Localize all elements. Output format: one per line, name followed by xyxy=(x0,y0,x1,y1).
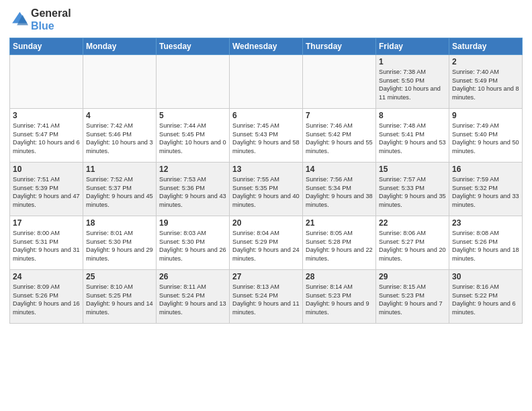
day-info: Sunrise: 7:56 AMSunset: 5:34 PMDaylight:… xyxy=(306,175,373,209)
calendar-day-cell: 21Sunrise: 8:05 AMSunset: 5:28 PMDayligh… xyxy=(303,216,376,270)
calendar-weekday-monday: Monday xyxy=(83,38,157,55)
calendar-day-cell xyxy=(157,55,230,109)
day-info: Sunrise: 8:15 AMSunset: 5:23 PMDaylight:… xyxy=(379,283,446,316)
day-number: 17 xyxy=(13,218,80,228)
calendar-day-cell: 19Sunrise: 8:03 AMSunset: 5:30 PMDayligh… xyxy=(157,216,230,270)
day-number: 26 xyxy=(159,272,226,281)
day-info: Sunrise: 8:03 AMSunset: 5:30 PMDaylight:… xyxy=(159,229,226,263)
calendar-day-cell: 3Sunrise: 7:41 AMSunset: 5:47 PMDaylight… xyxy=(10,109,83,163)
calendar-day-cell: 9Sunrise: 7:49 AMSunset: 5:40 PMDaylight… xyxy=(449,109,523,163)
day-info: Sunrise: 8:00 AMSunset: 5:31 PMDaylight:… xyxy=(13,229,80,263)
calendar-weekday-thursday: Thursday xyxy=(303,38,376,55)
calendar-day-cell: 4Sunrise: 7:42 AMSunset: 5:46 PMDaylight… xyxy=(83,109,157,163)
calendar-day-cell: 8Sunrise: 7:48 AMSunset: 5:41 PMDaylight… xyxy=(376,109,449,163)
day-info: Sunrise: 8:06 AMSunset: 5:27 PMDaylight:… xyxy=(379,229,446,263)
calendar-week-row: 10Sunrise: 7:51 AMSunset: 5:39 PMDayligh… xyxy=(10,163,523,216)
day-info: Sunrise: 8:09 AMSunset: 5:26 PMDaylight:… xyxy=(13,283,80,316)
day-number: 18 xyxy=(86,218,153,228)
calendar-day-cell: 15Sunrise: 7:57 AMSunset: 5:33 PMDayligh… xyxy=(376,163,449,216)
calendar-day-cell: 30Sunrise: 8:16 AMSunset: 5:22 PMDayligh… xyxy=(449,270,523,324)
calendar-day-cell xyxy=(230,55,303,109)
calendar-table: SundayMondayTuesdayWednesdayThursdayFrid… xyxy=(9,38,523,324)
day-number: 8 xyxy=(379,111,446,120)
day-info: Sunrise: 7:53 AMSunset: 5:36 PMDaylight:… xyxy=(159,175,226,209)
logo: General Blue xyxy=(9,7,71,32)
day-number: 22 xyxy=(379,218,446,228)
calendar-day-cell: 29Sunrise: 8:15 AMSunset: 5:23 PMDayligh… xyxy=(376,270,449,324)
day-number: 11 xyxy=(86,165,153,174)
calendar-day-cell: 10Sunrise: 7:51 AMSunset: 5:39 PMDayligh… xyxy=(10,163,83,216)
calendar-week-row: 1Sunrise: 7:38 AMSunset: 5:50 PMDaylight… xyxy=(10,55,523,109)
day-number: 25 xyxy=(86,272,153,281)
calendar-day-cell: 16Sunrise: 7:59 AMSunset: 5:32 PMDayligh… xyxy=(449,163,523,216)
day-info: Sunrise: 7:44 AMSunset: 5:45 PMDaylight:… xyxy=(159,122,226,155)
day-number: 4 xyxy=(86,111,153,120)
day-info: Sunrise: 8:10 AMSunset: 5:25 PMDaylight:… xyxy=(86,283,153,316)
day-info: Sunrise: 7:42 AMSunset: 5:46 PMDaylight:… xyxy=(86,122,153,155)
day-info: Sunrise: 7:59 AMSunset: 5:32 PMDaylight:… xyxy=(452,175,519,209)
calendar-day-cell: 7Sunrise: 7:46 AMSunset: 5:42 PMDaylight… xyxy=(303,109,376,163)
calendar-day-cell: 14Sunrise: 7:56 AMSunset: 5:34 PMDayligh… xyxy=(303,163,376,216)
calendar-day-cell: 24Sunrise: 8:09 AMSunset: 5:26 PMDayligh… xyxy=(10,270,83,324)
calendar-day-cell xyxy=(303,55,376,109)
day-info: Sunrise: 8:05 AMSunset: 5:28 PMDaylight:… xyxy=(306,229,373,263)
calendar-weekday-friday: Friday xyxy=(376,38,449,55)
calendar-day-cell: 26Sunrise: 8:11 AMSunset: 5:24 PMDayligh… xyxy=(157,270,230,324)
calendar-day-cell: 17Sunrise: 8:00 AMSunset: 5:31 PMDayligh… xyxy=(10,216,83,270)
day-number: 20 xyxy=(232,218,300,228)
day-info: Sunrise: 7:49 AMSunset: 5:40 PMDaylight:… xyxy=(452,122,519,155)
day-info: Sunrise: 8:13 AMSunset: 5:24 PMDaylight:… xyxy=(232,283,300,316)
day-number: 6 xyxy=(232,111,300,120)
calendar-day-cell: 1Sunrise: 7:38 AMSunset: 5:50 PMDaylight… xyxy=(376,55,449,109)
day-info: Sunrise: 7:38 AMSunset: 5:50 PMDaylight:… xyxy=(379,68,446,101)
calendar-day-cell: 22Sunrise: 8:06 AMSunset: 5:27 PMDayligh… xyxy=(376,216,449,270)
day-number: 1 xyxy=(379,57,446,66)
day-number: 27 xyxy=(232,272,300,281)
page-container: General Blue SundayMondayTuesdayWednesda… xyxy=(0,0,532,329)
day-number: 7 xyxy=(306,111,373,120)
day-info: Sunrise: 7:48 AMSunset: 5:41 PMDaylight:… xyxy=(379,122,446,155)
day-info: Sunrise: 7:57 AMSunset: 5:33 PMDaylight:… xyxy=(379,175,446,209)
calendar-weekday-saturday: Saturday xyxy=(449,38,523,55)
calendar-day-cell: 27Sunrise: 8:13 AMSunset: 5:24 PMDayligh… xyxy=(230,270,303,324)
calendar-day-cell: 6Sunrise: 7:45 AMSunset: 5:43 PMDaylight… xyxy=(230,109,303,163)
day-number: 5 xyxy=(159,111,226,120)
day-number: 16 xyxy=(452,165,519,174)
day-number: 9 xyxy=(452,111,519,120)
calendar-weekday-tuesday: Tuesday xyxy=(157,38,230,55)
day-info: Sunrise: 7:40 AMSunset: 5:49 PMDaylight:… xyxy=(452,68,519,101)
calendar-day-cell: 20Sunrise: 8:04 AMSunset: 5:29 PMDayligh… xyxy=(230,216,303,270)
calendar-day-cell: 28Sunrise: 8:14 AMSunset: 5:23 PMDayligh… xyxy=(303,270,376,324)
day-number: 10 xyxy=(13,165,80,174)
calendar-day-cell: 12Sunrise: 7:53 AMSunset: 5:36 PMDayligh… xyxy=(157,163,230,216)
day-info: Sunrise: 8:14 AMSunset: 5:23 PMDaylight:… xyxy=(306,283,373,316)
day-info: Sunrise: 8:04 AMSunset: 5:29 PMDaylight:… xyxy=(232,229,300,263)
calendar-week-row: 24Sunrise: 8:09 AMSunset: 5:26 PMDayligh… xyxy=(10,270,523,324)
day-info: Sunrise: 7:55 AMSunset: 5:35 PMDaylight:… xyxy=(232,175,300,209)
day-info: Sunrise: 7:41 AMSunset: 5:47 PMDaylight:… xyxy=(13,122,80,155)
day-info: Sunrise: 7:45 AMSunset: 5:43 PMDaylight:… xyxy=(232,122,300,155)
day-number: 3 xyxy=(13,111,80,120)
calendar-day-cell: 18Sunrise: 8:01 AMSunset: 5:30 PMDayligh… xyxy=(83,216,157,270)
calendar-week-row: 3Sunrise: 7:41 AMSunset: 5:47 PMDaylight… xyxy=(10,109,523,163)
calendar-day-cell: 13Sunrise: 7:55 AMSunset: 5:35 PMDayligh… xyxy=(230,163,303,216)
day-info: Sunrise: 8:16 AMSunset: 5:22 PMDaylight:… xyxy=(452,283,519,316)
calendar-day-cell: 23Sunrise: 8:08 AMSunset: 5:26 PMDayligh… xyxy=(449,216,523,270)
logo-text: General Blue xyxy=(31,7,71,32)
day-number: 21 xyxy=(306,218,373,228)
day-number: 30 xyxy=(452,272,519,281)
calendar-day-cell: 2Sunrise: 7:40 AMSunset: 5:49 PMDaylight… xyxy=(449,55,523,109)
header: General Blue xyxy=(9,7,523,32)
day-number: 2 xyxy=(452,57,519,66)
calendar-weekday-wednesday: Wednesday xyxy=(230,38,303,55)
day-number: 15 xyxy=(379,165,446,174)
day-number: 23 xyxy=(452,218,519,228)
day-number: 28 xyxy=(306,272,373,281)
day-number: 19 xyxy=(159,218,226,228)
day-info: Sunrise: 8:11 AMSunset: 5:24 PMDaylight:… xyxy=(159,283,226,316)
day-info: Sunrise: 7:52 AMSunset: 5:37 PMDaylight:… xyxy=(86,175,153,209)
day-info: Sunrise: 8:01 AMSunset: 5:30 PMDaylight:… xyxy=(86,229,153,263)
calendar-weekday-sunday: Sunday xyxy=(10,38,83,55)
calendar-day-cell: 5Sunrise: 7:44 AMSunset: 5:45 PMDaylight… xyxy=(157,109,230,163)
day-number: 14 xyxy=(306,165,373,174)
